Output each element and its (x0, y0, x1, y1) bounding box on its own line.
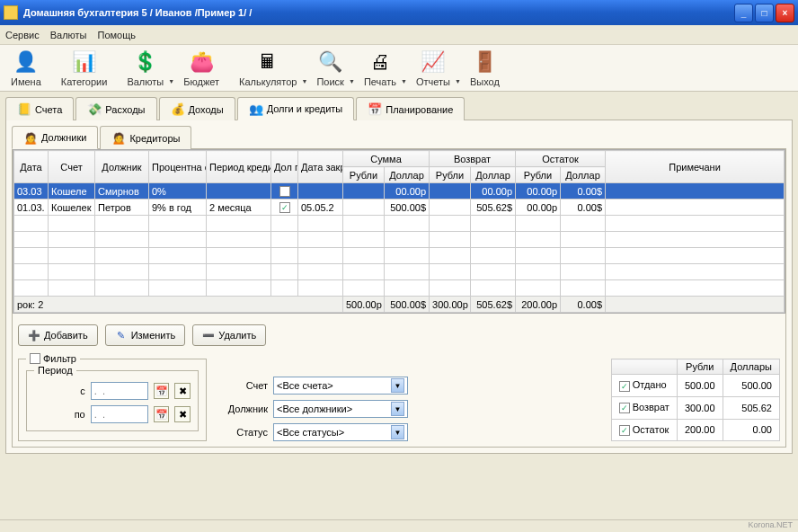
minimize-button[interactable]: _ (734, 4, 753, 22)
person-icon: 👤 (13, 49, 39, 75)
grid-footer: рок: 2 500.00р 500.00$ 300.00р 505.62$ 2… (14, 297, 785, 313)
calendar-icon[interactable]: 📅 (154, 406, 170, 422)
categories-icon: 📊 (72, 49, 97, 75)
toolbar-search[interactable]: 🔍Поиск▼ (313, 48, 347, 89)
chevron-down-icon: ▼ (391, 425, 404, 439)
toolbar-print[interactable]: 🖨Печать▼ (360, 48, 400, 89)
person-icon: 🙍 (23, 130, 38, 145)
tab-planning[interactable]: 📅Планирование (356, 97, 465, 120)
titlebar: Домашняя бухгалтерия 5 / Иванов /Пример … (0, 0, 798, 25)
maximize-button[interactable]: □ (755, 4, 774, 22)
menu-help[interactable]: Помощь (98, 30, 137, 40)
calendar-icon: 📅 (368, 102, 382, 117)
filter-checkbox[interactable] (30, 353, 40, 364)
delete-button[interactable]: ➖Удалить (192, 324, 266, 346)
menubar: Сервис Валюты Помощь (0, 25, 798, 45)
date-from-input[interactable] (91, 382, 148, 400)
calculator-icon: 🖩 (255, 49, 280, 75)
main-tabbar: 📒Счета 💸Расходы 💰Доходы 👥Долги и кредиты… (5, 97, 793, 120)
col-date[interactable]: Дата (14, 151, 49, 183)
col-balance[interactable]: Остаток (516, 151, 606, 167)
date-to-input[interactable] (91, 405, 148, 423)
wallet-icon: 👛 (189, 49, 214, 75)
chevron-down-icon: ▼ (302, 78, 308, 84)
exit-icon: 🚪 (472, 49, 497, 75)
toolbar-names[interactable]: 👤Имена (7, 48, 45, 89)
summary-row: ✓ Возврат300.00505.62 (611, 396, 779, 419)
plus-icon: 💰 (171, 102, 185, 117)
chevron-down-icon: ▼ (391, 402, 404, 416)
person-icon: 🙍 (111, 131, 126, 146)
people-icon: 👥 (249, 102, 263, 116)
edit-button[interactable]: ✎Изменить (105, 324, 186, 346)
chevron-down-icon: ▼ (401, 78, 407, 84)
chevron-down-icon: ▼ (349, 78, 355, 84)
col-note[interactable]: Примечани (606, 151, 785, 183)
chart-icon: 📈 (421, 49, 446, 75)
table-row[interactable]: 01.03.КошелекПетров9% в год2 месяца✓05.0… (14, 200, 785, 216)
minus-icon: 💸 (87, 102, 102, 117)
toolbar-calculator[interactable]: 🖩Калькулятор▼ (235, 48, 300, 89)
window-title: Домашняя бухгалтерия 5 / Иванов /Пример … (23, 7, 734, 18)
statusbar: Korona.NET (0, 519, 798, 532)
dollar-icon: 💲 (133, 49, 158, 75)
subtab-creditors[interactable]: 🙍Кредиторы (100, 126, 191, 149)
toolbar-budget[interactable]: 👛Бюджет (180, 48, 223, 89)
wallet-icon: 📒 (17, 102, 31, 117)
main-panel: 🙍Должники 🙍Кредиторы Дата Счет (5, 120, 793, 454)
sub-tabbar: 🙍Должники 🙍Кредиторы (12, 126, 786, 149)
col-close[interactable]: Дата закрыти (298, 151, 343, 183)
filter-box: Фильтр Период с📅✖ по📅✖ (18, 359, 207, 441)
clear-icon[interactable]: ✖ (174, 406, 191, 422)
calendar-icon[interactable]: 📅 (154, 383, 170, 399)
tab-accounts[interactable]: 📒Счета (5, 97, 74, 120)
col-repaid[interactable]: Дол пог. (271, 151, 298, 183)
app-icon (4, 5, 18, 20)
col-debtor[interactable]: Должник (95, 151, 149, 183)
status-select[interactable]: <Все статусы>▼ (273, 423, 408, 441)
col-return[interactable]: Возврат (430, 151, 516, 167)
data-grid[interactable]: Дата Счет Должник Процентна ставка Перио… (13, 149, 785, 314)
col-account[interactable]: Счет (49, 151, 95, 183)
chevron-down-icon: ▼ (455, 78, 461, 84)
table-row[interactable]: 03.03КошелеСмирнов0%00.00р00.00р00.00р0.… (14, 183, 785, 200)
toolbar-categories[interactable]: 📊Категории (58, 48, 111, 89)
debtor-select[interactable]: <Все должники>▼ (273, 400, 408, 418)
chevron-down-icon: ▼ (168, 78, 174, 84)
clear-icon[interactable]: ✖ (174, 383, 191, 399)
edit-icon: ✎ (115, 329, 128, 341)
toolbar-reports[interactable]: 📈Отчеты▼ (412, 48, 454, 89)
toolbar-currencies[interactable]: 💲Валюты▼ (123, 48, 167, 89)
printer-icon: 🖨 (368, 49, 393, 75)
col-period[interactable]: Период кредитован (207, 151, 271, 183)
close-button[interactable]: × (776, 4, 794, 22)
summary-row: ✓ Остаток200.000.00 (611, 419, 779, 441)
summary-row: ✓ Отдано500.00500.00 (611, 375, 779, 397)
plus-icon: ➕ (28, 329, 40, 341)
toolbar: 👤Имена 📊Категории 💲Валюты▼ 👛Бюджет 🖩Каль… (0, 45, 798, 92)
menu-service[interactable]: Сервис (5, 30, 40, 40)
summary-table: РублиДоллары ✓ Отдано500.00500.00✓ Возвр… (611, 359, 780, 441)
account-select[interactable]: <Все счета>▼ (273, 377, 408, 395)
col-rate[interactable]: Процентна ставка (149, 151, 207, 183)
chevron-down-icon: ▼ (391, 378, 404, 393)
add-button[interactable]: ➕Добавить (18, 324, 98, 346)
search-icon: 🔍 (318, 49, 343, 75)
toolbar-exit[interactable]: 🚪Выход (466, 48, 503, 89)
col-sum[interactable]: Сумма (343, 151, 430, 167)
menu-currencies[interactable]: Валюты (50, 30, 87, 40)
subtab-debtors[interactable]: 🙍Должники (12, 126, 98, 149)
tab-expenses[interactable]: 💸Расходы (75, 97, 156, 120)
tab-debts[interactable]: 👥Долги и кредиты (237, 97, 355, 120)
minus-icon: ➖ (202, 329, 215, 341)
tab-income[interactable]: 💰Доходы (159, 97, 235, 120)
